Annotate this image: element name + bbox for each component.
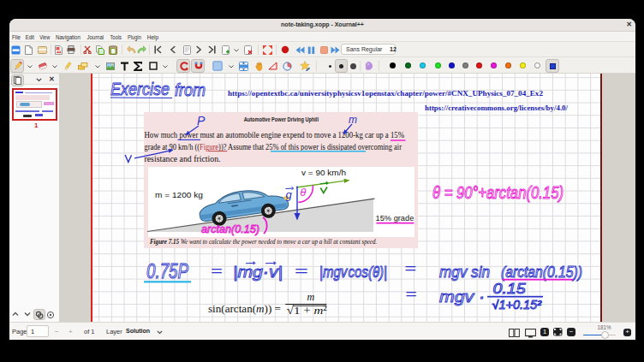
svg-text:15% grade: 15% grade — [376, 213, 414, 223]
svg-text:m = 1200 kg: m = 1200 kg — [155, 190, 203, 199]
svg-text:mgv ·: mgv · — [439, 288, 485, 306]
svg-text:|mg·v|: |mg·v| — [233, 263, 283, 281]
svg-text:=: = — [404, 261, 416, 276]
svg-text:Tools: Tools — [110, 33, 122, 41]
svg-text:Automotive Power Driving Uphil: Automotive Power Driving Uphill — [244, 116, 319, 123]
svg-text:=: = — [405, 287, 417, 301]
svg-text:Exercise: Exercise — [110, 80, 170, 98]
svg-text:from: from — [175, 80, 206, 99]
svg-text:0.15: 0.15 — [493, 281, 527, 296]
svg-text:Plugin: Plugin — [128, 33, 141, 41]
svg-text:Journal: Journal — [87, 33, 104, 41]
svg-text:0.75P: 0.75P — [146, 259, 188, 282]
svg-text:Navigation: Navigation — [56, 33, 80, 41]
svg-text:Help: Help — [147, 33, 159, 41]
svg-text:sin(arctan(m)) =: sin(arctan(m)) = — [208, 302, 281, 315]
svg-text:(arctan(0.15)): (arctan(0.15)) — [501, 264, 582, 281]
svg-text:=: = — [211, 264, 223, 278]
svg-text:https://opentextbc.ca/universi: https://opentextbc.ca/universityphysicsv… — [228, 89, 543, 98]
svg-text:|mgv cos(θ)|: |mgv cos(θ)| — [319, 264, 387, 281]
svg-text:=: = — [295, 264, 308, 278]
svg-text:arctan(0.15): arctan(0.15) — [201, 223, 259, 235]
svg-text:m: m — [349, 114, 357, 126]
svg-text:Figure 7.15 We want to calcula: Figure 7.15 We want to calculate the pow… — [150, 238, 377, 246]
svg-text:θ = 90°+arctan(0.15): θ = 90°+arctan(0.15) — [432, 183, 564, 202]
svg-text:resistance and friction.: resistance and friction. — [145, 154, 221, 163]
svg-text:g: g — [286, 188, 293, 201]
svg-text:View: View — [39, 33, 50, 41]
svg-text:How much power must an automob: How much power must an automobile engine… — [145, 130, 405, 139]
svg-text:P: P — [197, 114, 206, 128]
svg-text:m: m — [307, 291, 315, 303]
svg-text:v = 90 km/h: v = 90 km/h — [301, 168, 346, 177]
svg-text:θ: θ — [301, 187, 307, 199]
svg-text:https://creativecommons.org/li: https://creativecommons.org/licenses/by/… — [425, 104, 569, 112]
svg-text:Edit: Edit — [26, 33, 35, 41]
svg-text:mgv sin: mgv sin — [439, 263, 490, 281]
svg-text:√1+0.15²: √1+0.15² — [492, 298, 543, 312]
svg-text:File: File — [12, 33, 21, 41]
